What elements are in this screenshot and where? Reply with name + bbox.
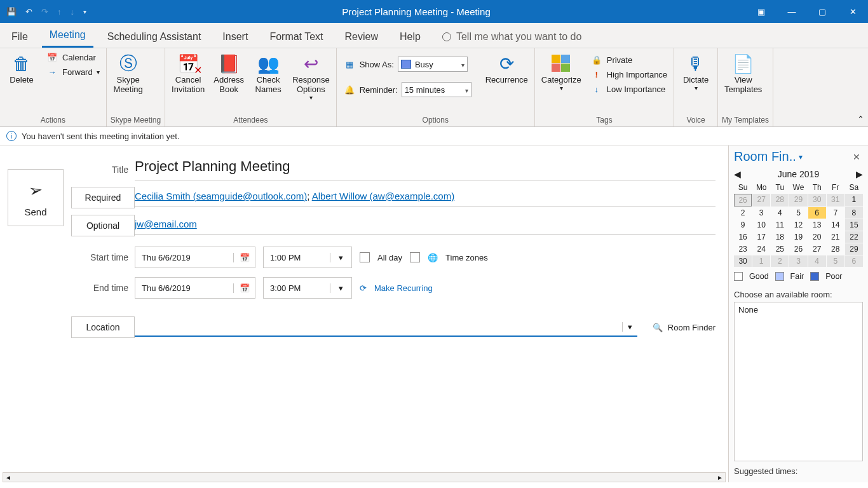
skype-meeting-button[interactable]: Ⓢ Skype Meeting	[111, 51, 146, 95]
optional-button[interactable]: Optional	[71, 215, 135, 236]
send-button[interactable]: ➢ Send	[8, 169, 64, 226]
calendar-day[interactable]: 30	[808, 194, 826, 207]
tell-me-search[interactable]: Tell me what you want to do	[435, 26, 589, 48]
calendar-day[interactable]: 8	[845, 207, 863, 219]
next-month-button[interactable]: ▶	[856, 169, 863, 179]
scroll-right-icon[interactable]: ►	[715, 474, 725, 481]
close-button[interactable]: ✕	[837, 0, 868, 23]
calendar-day[interactable]: 23	[734, 243, 752, 255]
tab-scheduling-assistant[interactable]: Scheduling Assistant	[100, 26, 209, 48]
calendar-day[interactable]: 19	[789, 231, 807, 243]
minimize-button[interactable]: —	[776, 0, 807, 23]
calendar-day[interactable]: 31	[827, 194, 844, 207]
calendar-day[interactable]: 9	[734, 219, 752, 231]
available-rooms-list[interactable]: None	[734, 302, 863, 461]
end-time-input[interactable]: 3:00 PM ▾	[263, 277, 352, 299]
required-button[interactable]: Required	[71, 187, 135, 208]
next-icon[interactable]: ↓	[71, 7, 75, 17]
categorize-button[interactable]: Categorize ▾	[539, 51, 584, 96]
copy-to-calendar-button[interactable]: 📅 Calendar	[43, 51, 102, 64]
calendar-day[interactable]: 16	[734, 231, 752, 243]
room-finder-button[interactable]: 🔍 Room Finder	[645, 323, 715, 332]
calendar-day[interactable]: 14	[827, 219, 844, 231]
calendar-day[interactable]: 26	[734, 194, 752, 207]
calendar-day[interactable]: 4	[771, 207, 789, 219]
calendar-day[interactable]: 5	[827, 255, 844, 267]
calendar-day[interactable]: 21	[827, 231, 844, 243]
chevron-down-icon[interactable]: ▾	[622, 322, 637, 332]
calendar-day[interactable]: 13	[808, 219, 826, 231]
prev-month-button[interactable]: ◀	[734, 169, 741, 179]
horizontal-scrollbar[interactable]: ◄ ►	[3, 472, 726, 482]
calendar-day[interactable]: 20	[808, 231, 826, 243]
calendar-day[interactable]: 24	[752, 243, 770, 255]
scroll-left-icon[interactable]: ◄	[3, 474, 13, 481]
forward-button[interactable]: → Forward ▾	[43, 65, 102, 79]
address-book-button[interactable]: 📕 Address Book	[211, 51, 247, 102]
cancel-invitation-button[interactable]: 📅✕ Cancel Invitation	[169, 51, 207, 102]
high-importance-button[interactable]: ! High Importance	[588, 68, 670, 81]
end-date-input[interactable]: Thu 6/6/2019 📅	[135, 277, 255, 299]
recurrence-button[interactable]: ⟳ Recurrence	[483, 51, 531, 99]
tab-file[interactable]: File	[4, 26, 36, 48]
maximize-button[interactable]: ▢	[807, 0, 837, 23]
calendar-icon[interactable]: 📅	[233, 283, 255, 293]
calendar-day[interactable]: 7	[827, 207, 844, 219]
calendar-day[interactable]: 6	[845, 255, 863, 267]
calendar-day[interactable]: 26	[789, 243, 807, 255]
collapse-ribbon-button[interactable]: ⌃	[853, 48, 868, 126]
private-button[interactable]: 🔒 Private	[588, 53, 670, 67]
all-day-checkbox[interactable]	[360, 252, 370, 262]
calendar-day[interactable]: 5	[789, 207, 807, 219]
calendar-day[interactable]: 28	[827, 243, 844, 255]
focus-mode-icon[interactable]: ▣	[746, 0, 776, 23]
optional-field[interactable]: jw@email.com	[135, 216, 715, 235]
start-date-input[interactable]: Thu 6/6/2019 📅	[135, 247, 255, 268]
low-importance-button[interactable]: ↓ Low Importance	[588, 83, 670, 96]
calendar-day[interactable]: 27	[808, 243, 826, 255]
calendar-day[interactable]: 11	[771, 219, 789, 231]
calendar-day[interactable]: 15	[845, 219, 863, 231]
calendar-day[interactable]: 12	[789, 219, 807, 231]
calendar-day[interactable]: 27	[752, 194, 770, 207]
view-templates-button[interactable]: 📄 View Templates	[722, 51, 764, 95]
location-input[interactable]: ▾	[135, 318, 637, 337]
calendar-day[interactable]: 28	[771, 194, 789, 207]
calendar-day[interactable]: 30	[734, 255, 752, 267]
calendar-day[interactable]: 29	[789, 194, 807, 207]
save-icon[interactable]: 💾	[6, 7, 17, 17]
dictate-button[interactable]: 🎙 Dictate ▾	[678, 51, 714, 93]
tab-format-text[interactable]: Format Text	[262, 26, 330, 48]
pane-close-button[interactable]: ✕	[853, 152, 863, 162]
chevron-down-icon[interactable]: ▾	[330, 283, 351, 293]
check-names-button[interactable]: 👥 Check Names	[250, 51, 286, 102]
show-as-combo[interactable]: Busy	[398, 57, 468, 72]
recipient-link[interactable]: Cecilia Smith (seamguide@outlook.com)	[135, 191, 307, 201]
calendar-day[interactable]: 29	[845, 243, 863, 255]
calendar-day[interactable]: 2	[771, 255, 789, 267]
location-button[interactable]: Location	[71, 316, 135, 338]
tab-help[interactable]: Help	[392, 26, 428, 48]
calendar-day[interactable]: 3	[789, 255, 807, 267]
tab-review[interactable]: Review	[337, 26, 386, 48]
start-time-input[interactable]: 1:00 PM ▾	[263, 247, 352, 268]
delete-button[interactable]: 🗑 Delete	[4, 51, 39, 86]
redo-icon[interactable]: ↷	[41, 7, 48, 17]
pane-menu-icon[interactable]: ▾	[799, 152, 803, 161]
calendar-day[interactable]: 17	[752, 231, 770, 243]
timezones-checkbox[interactable]	[410, 252, 420, 262]
calendar-day[interactable]: 4	[808, 255, 826, 267]
tab-insert[interactable]: Insert	[215, 26, 255, 48]
calendar-day[interactable]: 25	[771, 243, 789, 255]
chevron-down-icon[interactable]: ▾	[330, 253, 351, 262]
calendar-day[interactable]: 2	[734, 207, 752, 219]
calendar-icon[interactable]: 📅	[233, 253, 255, 262]
room-none-item[interactable]: None	[738, 305, 858, 315]
calendar-day[interactable]: 1	[845, 194, 863, 207]
qat-menu-icon[interactable]: ▾	[83, 8, 86, 15]
calendar-day[interactable]: 6	[808, 207, 826, 219]
recipient-link[interactable]: Albert Willow (aw@example.com)	[312, 191, 454, 201]
mini-calendar[interactable]: SuMoTuWeThFrSa26272829303112345678910111…	[734, 182, 863, 267]
undo-icon[interactable]: ↶	[25, 7, 32, 17]
make-recurring-link[interactable]: Make Recurring	[374, 283, 433, 293]
